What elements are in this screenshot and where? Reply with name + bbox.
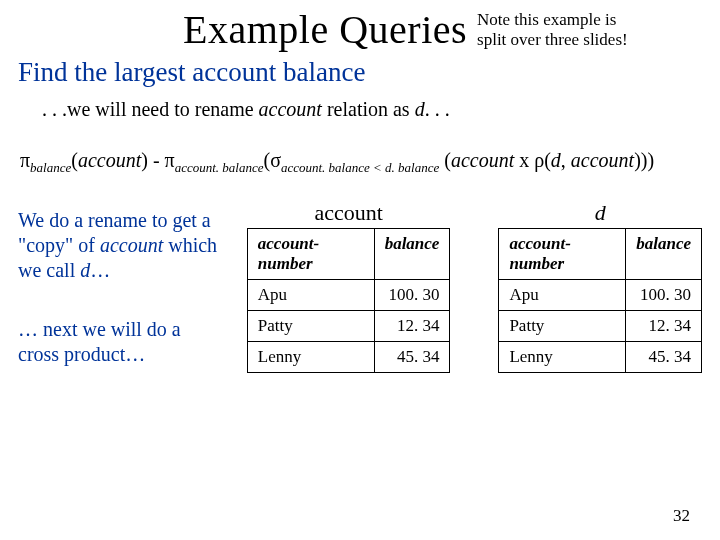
pi-symbol: π	[20, 149, 30, 171]
title-row: Example Queries Note this example is spl…	[18, 6, 702, 53]
sigma-sub: account. balance < d. balance	[281, 160, 439, 175]
cell-balance: 45. 34	[626, 342, 702, 373]
slide: Example Queries Note this example is spl…	[0, 0, 720, 540]
subtitle: Find the largest account balance	[18, 57, 702, 88]
sigma-symbol: σ	[270, 149, 281, 171]
note-line-1: Note this example is	[477, 10, 616, 29]
minus: -	[148, 149, 165, 171]
pi-sub-1: balance	[30, 160, 71, 175]
rho-symbol: ρ	[534, 149, 544, 171]
cell-balance: 100. 30	[626, 280, 702, 311]
close-1: )	[141, 149, 148, 171]
col-account-number: account-number	[247, 229, 374, 280]
acct-2: account	[451, 149, 514, 171]
table-d-wrap: d account-number balance Apu 100. 30 Pat…	[498, 200, 702, 373]
pi-symbol-2: π	[165, 149, 175, 171]
cell-name: Patty	[499, 311, 626, 342]
p1d: d	[80, 259, 90, 281]
rename-post: relation as	[322, 98, 415, 120]
open-1: (	[71, 149, 78, 171]
table-account-wrap: account account-number balance Apu 100. …	[247, 200, 451, 373]
tables: account account-number balance Apu 100. …	[247, 200, 702, 373]
table-row: account-number balance	[247, 229, 450, 280]
rho-comma: ,	[561, 149, 571, 171]
cell-name: Lenny	[499, 342, 626, 373]
body-row: We do a rename to get a "copy" of accoun…	[18, 208, 702, 401]
rename-line: . . .we will need to rename account rela…	[42, 98, 702, 121]
col-account-number: account-number	[499, 229, 626, 280]
slide-number: 32	[673, 506, 690, 526]
note-line-2: split over three slides!	[477, 30, 628, 49]
cell-name: Apu	[499, 280, 626, 311]
table-account-caption: account	[247, 200, 451, 226]
p1b: account	[100, 234, 163, 256]
cell-name: Apu	[247, 280, 374, 311]
table-row: Lenny 45. 34	[247, 342, 450, 373]
table-row: Patty 12. 34	[247, 311, 450, 342]
left-para-1: We do a rename to get a "copy" of accoun…	[18, 208, 219, 283]
left-para-2: … next we will do a cross product…	[18, 317, 219, 367]
p1e: …	[90, 259, 110, 281]
slide-title: Example Queries	[183, 6, 467, 53]
rho-acct: account	[571, 149, 634, 171]
table-row: Patty 12. 34	[499, 311, 702, 342]
table-account: account-number balance Apu 100. 30 Patty…	[247, 228, 451, 373]
table-row: Apu 100. 30	[247, 280, 450, 311]
col-balance: balance	[374, 229, 450, 280]
cell-name: Lenny	[247, 342, 374, 373]
table-row: Apu 100. 30	[499, 280, 702, 311]
formula: πbalance(account) - πaccount. balance(σa…	[20, 149, 702, 176]
rename-account: account	[259, 98, 322, 120]
rho-d: d	[551, 149, 561, 171]
cell-balance: 12. 34	[374, 311, 450, 342]
left-text: We do a rename to get a "copy" of accoun…	[18, 208, 219, 401]
open-3: (	[444, 149, 451, 171]
cell-name: Patty	[247, 311, 374, 342]
acct-1: account	[78, 149, 141, 171]
open-rho: (	[544, 149, 551, 171]
col-balance: balance	[626, 229, 702, 280]
cell-balance: 100. 30	[374, 280, 450, 311]
cell-balance: 45. 34	[374, 342, 450, 373]
table-row: account-number balance	[499, 229, 702, 280]
pi-sub-2: account. balance	[175, 160, 264, 175]
table-d: account-number balance Apu 100. 30 Patty…	[498, 228, 702, 373]
table-row: Lenny 45. 34	[499, 342, 702, 373]
cross-x: x	[519, 149, 529, 171]
rename-end: . . .	[425, 98, 450, 120]
slide-note: Note this example is split over three sl…	[477, 10, 628, 49]
cell-balance: 12. 34	[626, 311, 702, 342]
rename-d: d	[415, 98, 425, 120]
close-all: )))	[634, 149, 654, 171]
rename-pre: . . .we will need to rename	[42, 98, 259, 120]
table-d-caption: d	[498, 200, 702, 226]
